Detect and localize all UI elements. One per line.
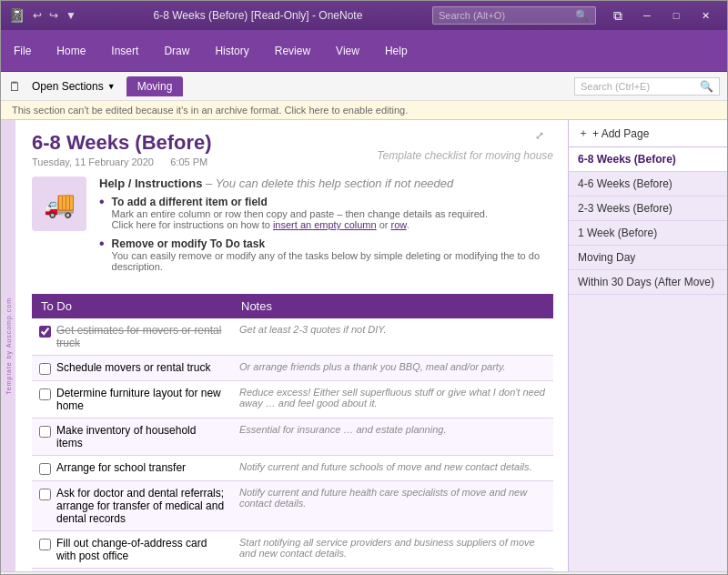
table-row: Arrange for school transferNotify curren… (32, 456, 553, 481)
bullet-heading-1: To add a different item or field (112, 196, 268, 208)
undo-icon[interactable]: ↩ (33, 9, 42, 22)
moving-truck-icon: 🚚 (44, 189, 76, 219)
table-row: Fill out change-of-address card with pos… (32, 531, 553, 569)
todo-cell: Arrange for school transfer (32, 456, 232, 481)
todo-checkbox[interactable] (39, 463, 51, 475)
help-content: Help / Instructions – You can delete thi… (99, 177, 553, 279)
ribbon-tab-review[interactable]: Review (262, 30, 323, 71)
ribbon-tab-view[interactable]: View (323, 30, 372, 71)
notes-cell: Essential for insurance … and estate pla… (232, 419, 553, 456)
date-text: Tuesday, 11 February 2020 (32, 156, 154, 167)
notes-cell: Start clearing out and/or packing up all… (232, 569, 553, 572)
expand-icon[interactable]: ⤢ (535, 129, 550, 144)
todo-text: Determine furniture layout for new home (56, 387, 225, 412)
ribbon-tab-file[interactable]: File (1, 30, 44, 71)
warning-text: This section can't be edited because it'… (12, 105, 408, 116)
notes-cell: Notify current and future health care sp… (232, 481, 553, 531)
warning-bar[interactable]: This section can't be edited because it'… (1, 101, 727, 120)
help-icon: 🚚 (32, 177, 86, 231)
close-button[interactable]: ✕ (691, 1, 720, 30)
notebook-icon[interactable]: ⧉ (603, 1, 632, 30)
title-search-box[interactable]: 🔍 (432, 6, 596, 25)
todo-cell: Get estimates for movers or rental truck (32, 318, 232, 356)
todo-text: Ask for doctor and dental referrals; arr… (56, 487, 225, 525)
todo-checkbox[interactable] (39, 388, 51, 400)
bullet-text-1: To add a different item or field Mark an… (112, 196, 488, 230)
nav-search-box[interactable]: Search (Ctrl+E) 🔍 (574, 77, 720, 96)
todo-text: Arrange for school transfer (56, 461, 186, 474)
watermark: Template by Auscomp.com (1, 120, 15, 571)
ribbon-tab-help[interactable]: Help (372, 30, 420, 71)
title-search-input[interactable] (439, 10, 575, 21)
content-area: Template by Auscomp.com ⤢ 6-8 Weeks (Bef… (1, 120, 568, 571)
sidebar-page-item[interactable]: 1 Week (Before) (569, 221, 727, 246)
sidebar-page-item[interactable]: 6-8 Weeks (Before) (569, 147, 727, 172)
sidebar-pages: 6-8 Weeks (Before)4-6 Weeks (Before)2-3 … (569, 147, 727, 295)
bullet-body-1: Mark an entire column or row then copy a… (112, 208, 488, 230)
todo-cell: Determine furniture layout for new home (32, 381, 232, 419)
bullet-heading-2: Remove or modify To Do task (112, 237, 265, 250)
todo-text: Make inventory of household items (56, 424, 225, 449)
nav-bar: 🗒 Open Sections ▼ Moving Search (Ctrl+E)… (1, 72, 727, 101)
add-page-plus-icon: ＋ (578, 126, 589, 141)
notes-cell: Or arrange friends plus a thank you BBQ,… (232, 356, 553, 381)
table-row: Determine furniture layout for new homeR… (32, 381, 553, 419)
ribbon-tab-home[interactable]: Home (44, 30, 98, 71)
sidebar: ＋ + Add Page 6-8 Weeks (Before)4-6 Weeks… (568, 120, 727, 571)
todo-cell: Make inventory of household items (32, 419, 232, 456)
minimize-button[interactable]: ─ (632, 1, 662, 30)
bullet-item-2: • Remove or modify To Do task You can ea… (99, 237, 553, 272)
todo-checkbox[interactable] (39, 326, 51, 338)
todo-checkbox[interactable] (39, 539, 51, 550)
todo-checkbox[interactable] (39, 489, 51, 500)
todo-cell: Clean out all closets and drawers (32, 569, 232, 572)
page-icon: 🗒 (8, 79, 21, 94)
todo-text: Get estimates for movers or rental truck (56, 324, 225, 349)
sidebar-page-item[interactable]: 2-3 Weeks (Before) (569, 197, 727, 221)
table-header-row: To Do Notes (32, 294, 553, 318)
bullet-body-2: You can easily remove or modify any of t… (112, 250, 553, 272)
bullet-text-2: Remove or modify To Do task You can easi… (112, 237, 553, 272)
todo-checkbox[interactable] (39, 363, 51, 375)
table-row: Schedule movers or rental truckOr arrang… (32, 356, 553, 381)
insert-column-link[interactable]: insert an empty column (273, 219, 377, 230)
help-note: – You can delete this help section if no… (206, 177, 453, 190)
sidebar-page-item[interactable]: 4-6 Weeks (Before) (569, 172, 727, 197)
table-row: Get estimates for movers or rental truck… (32, 318, 553, 356)
redo-icon[interactable]: ↪ (49, 9, 58, 22)
bottom-bar: wsxdn.com (1, 571, 727, 575)
table-body: Get estimates for movers or rental truck… (32, 318, 553, 571)
open-sections-button[interactable]: Open Sections ▼ (26, 76, 121, 96)
main-layout: Template by Auscomp.com ⤢ 6-8 Weeks (Bef… (1, 120, 727, 571)
ribbon-tab-insert[interactable]: Insert (98, 30, 151, 71)
ribbon-tab-draw[interactable]: Draw (151, 30, 202, 71)
sidebar-page-item[interactable]: Moving Day (569, 246, 727, 270)
window-title: 6-8 Weeks (Before) [Read-Only] - OneNote (84, 9, 432, 22)
notes-cell: Notify current and future schools of mov… (232, 456, 553, 481)
notes-cell: Reduce excess! Either sell superfluous s… (232, 381, 553, 419)
ribbon: File Home Insert Draw History Review Vie… (1, 30, 727, 72)
bullet-dot-1: • (99, 194, 105, 230)
active-section-tab[interactable]: Moving (126, 76, 184, 96)
bullet-item-1: • To add a different item or field Mark … (99, 196, 553, 230)
todo-cell: Schedule movers or rental truck (32, 356, 232, 381)
maximize-button[interactable]: □ (662, 1, 691, 30)
bullet-dot-2: • (99, 236, 105, 272)
table-row: Ask for doctor and dental referrals; arr… (32, 481, 553, 531)
todo-cell: Ask for doctor and dental referrals; arr… (32, 481, 232, 531)
sidebar-page-item[interactable]: Within 30 Days (After Move) (569, 270, 727, 295)
open-sections-label: Open Sections (32, 80, 104, 93)
ribbon-tab-history[interactable]: History (202, 30, 261, 71)
add-page-button[interactable]: ＋ + Add Page (569, 120, 727, 147)
app-logo-icon: 📓 (8, 7, 25, 24)
todo-table: To Do Notes Get estimates for movers or … (32, 294, 553, 571)
table-row: Make inventory of household itemsEssenti… (32, 419, 553, 456)
title-bar-icons: 📓 ↩ ↪ ▼ (8, 7, 76, 24)
customize-icon[interactable]: ▼ (66, 9, 76, 22)
search-icon: 🔍 (575, 9, 589, 22)
todo-checkbox[interactable] (39, 426, 51, 438)
insert-row-link[interactable]: row (391, 219, 407, 230)
notes-cell: Get at least 2-3 quotes if not DIY. (232, 318, 553, 356)
help-section: 🚚 Help / Instructions – You can delete t… (32, 177, 553, 279)
time-text: 6:05 PM (170, 156, 207, 167)
